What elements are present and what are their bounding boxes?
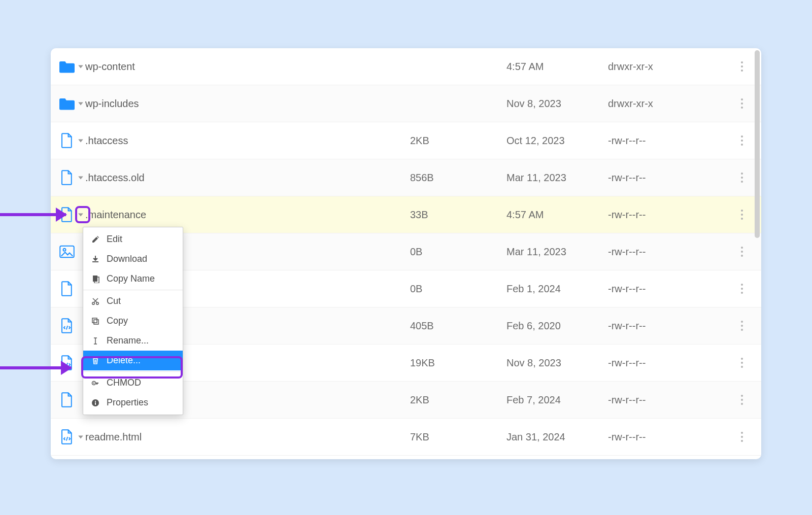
svg-rect-3: [93, 276, 97, 282]
file-permissions: -rw-r--r--: [608, 357, 709, 369]
menu-separator: [83, 371, 183, 372]
file-date: Jan 31, 2024: [506, 431, 608, 443]
file-date: Nov 8, 2023: [506, 98, 608, 110]
context-menu: Edit Download Copy Name Cut Copy Rename.…: [83, 227, 183, 415]
menu-properties[interactable]: Properties: [83, 393, 183, 413]
svg-rect-12: [95, 402, 96, 405]
file-row[interactable]: readme.html 7KB Jan 31, 2024 -rw-r--r--: [51, 419, 761, 456]
row-actions-button[interactable]: [741, 395, 743, 405]
file-date: Feb 6, 2020: [506, 320, 608, 332]
menu-label: Copy Name: [107, 273, 155, 284]
menu-cut[interactable]: Cut: [83, 291, 183, 311]
file-permissions: -rw-r--r--: [608, 209, 709, 221]
file-date: Oct 12, 2023: [506, 135, 608, 147]
file-name[interactable]: .maintenance: [85, 209, 410, 221]
menu-label: Rename...: [107, 335, 149, 346]
code-file-icon: [58, 318, 76, 333]
file-permissions: drwxr-xr-x: [608, 61, 709, 73]
file-row[interactable]: .htaccess.old 856B Mar 11, 2023 -rw-r--r…: [51, 159, 761, 196]
file-name[interactable]: wp-content: [85, 61, 410, 73]
file-date: Nov 8, 2023: [506, 357, 608, 369]
row-actions-button[interactable]: [741, 135, 743, 146]
row-actions-button[interactable]: [741, 358, 743, 368]
folder-icon: [58, 97, 76, 110]
file-permissions: -rw-r--r--: [608, 135, 709, 147]
svg-point-10: [93, 382, 94, 383]
menu-copy-name[interactable]: Copy Name: [83, 269, 183, 289]
menu-copy[interactable]: Copy: [83, 311, 183, 331]
file-date: 4:57 AM: [506, 61, 608, 73]
menu-label: CHMOD: [107, 377, 141, 388]
menu-label: Cut: [107, 296, 121, 306]
menu-label: Delete...: [107, 355, 141, 366]
menu-chmod[interactable]: CHMOD: [83, 373, 183, 393]
file-size: 7KB: [410, 431, 506, 443]
scrollbar-thumb[interactable]: [755, 50, 760, 238]
svg-rect-13: [95, 401, 96, 402]
file-size: 19KB: [410, 357, 506, 369]
row-actions-button[interactable]: [741, 210, 743, 220]
svg-rect-7: [92, 318, 97, 323]
file-icon: [58, 170, 76, 185]
row-actions-button[interactable]: [741, 432, 743, 442]
row-caret[interactable]: [76, 212, 85, 218]
info-icon: [90, 399, 100, 407]
file-name[interactable]: .htaccess.old: [85, 172, 410, 184]
menu-label: Copy: [107, 316, 128, 326]
file-name[interactable]: .htaccess: [85, 135, 410, 147]
row-caret[interactable]: [76, 175, 85, 181]
file-date: Feb 7, 2024: [506, 394, 608, 406]
file-permissions: -rw-r--r--: [608, 246, 709, 258]
file-permissions: -rw-r--r--: [608, 320, 709, 332]
code-file-icon: [58, 429, 76, 444]
image-file-icon: [58, 245, 76, 258]
row-caret[interactable]: [76, 63, 85, 70]
row-actions-button[interactable]: [741, 98, 743, 109]
menu-delete[interactable]: Delete...: [83, 351, 183, 370]
file-icon: [58, 133, 76, 148]
delete-icon: [90, 357, 100, 365]
svg-point-1: [63, 249, 66, 251]
file-row[interactable]: wp-includes Nov 8, 2023 drwxr-xr-x: [51, 85, 761, 122]
row-caret[interactable]: [76, 434, 85, 440]
folder-icon: [58, 60, 76, 73]
file-size: 405B: [410, 320, 506, 332]
file-size: 856B: [410, 172, 506, 184]
file-size: 2KB: [410, 135, 506, 147]
copy-icon: [90, 317, 100, 325]
file-row[interactable]: wp-content 4:57 AM drwxr-xr-x: [51, 48, 761, 85]
file-name[interactable]: readme.html: [85, 431, 410, 443]
annotation-arrow: [0, 366, 71, 369]
row-caret[interactable]: [76, 100, 85, 107]
copy-name-icon: [90, 275, 100, 283]
file-icon: [58, 392, 76, 407]
menu-edit[interactable]: Edit: [83, 229, 183, 249]
file-icon: [58, 281, 76, 296]
svg-rect-2: [92, 261, 98, 262]
download-icon: [90, 255, 100, 263]
row-caret[interactable]: [76, 138, 85, 144]
file-size: 0B: [410, 246, 506, 258]
chmod-icon: [90, 379, 100, 387]
file-name[interactable]: wp-includes: [85, 98, 410, 110]
file-size: 33B: [410, 209, 506, 221]
file-row[interactable]: .htaccess 2KB Oct 12, 2023 -rw-r--r--: [51, 122, 761, 159]
cut-icon: [90, 297, 100, 305]
menu-label: Download: [107, 254, 147, 264]
menu-download[interactable]: Download: [83, 249, 183, 269]
file-permissions: -rw-r--r--: [608, 172, 709, 184]
file-date: Mar 11, 2023: [506, 246, 608, 258]
file-date: 4:57 AM: [506, 209, 608, 221]
file-permissions: -rw-r--r--: [608, 394, 709, 406]
row-actions-button[interactable]: [741, 247, 743, 257]
file-permissions: -rw-r--r--: [608, 283, 709, 295]
file-size: 2KB: [410, 394, 506, 406]
menu-rename[interactable]: Rename...: [83, 331, 183, 351]
row-actions-button[interactable]: [741, 284, 743, 294]
menu-separator: [83, 290, 183, 290]
row-actions-button[interactable]: [741, 61, 743, 72]
menu-label: Edit: [107, 234, 122, 245]
menu-label: Properties: [107, 397, 148, 408]
row-actions-button[interactable]: [741, 173, 743, 183]
row-actions-button[interactable]: [741, 321, 743, 331]
